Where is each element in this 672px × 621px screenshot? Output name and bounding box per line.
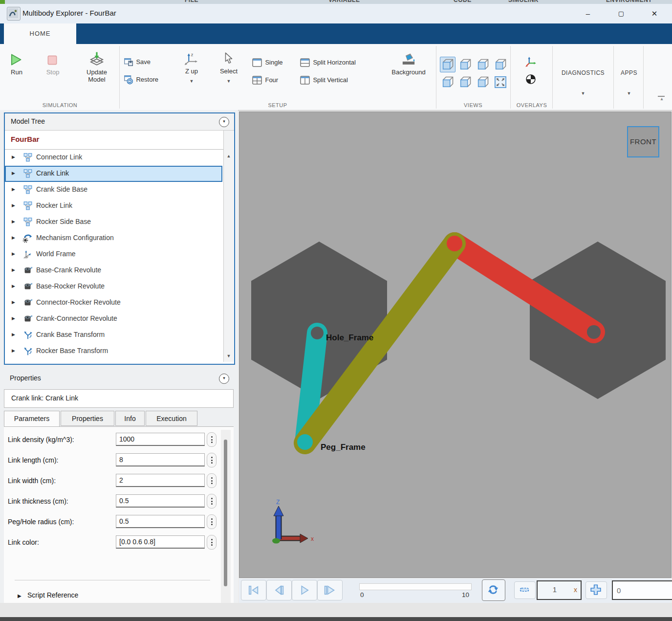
faster-button[interactable] xyxy=(585,581,607,599)
param-input-link-density[interactable] xyxy=(116,433,205,446)
expand-arrow-icon[interactable]: ▶ xyxy=(12,155,15,159)
tree-item-crank-connector-revolute[interactable]: ▶ Crank-Connector Revolute xyxy=(5,311,222,327)
expand-arrow-icon[interactable]: ▶ xyxy=(12,348,15,353)
tree-item-rocker-base-transform[interactable]: ▶ Rocker Base Transform xyxy=(5,343,222,359)
expand-arrow-icon[interactable]: ▶ xyxy=(12,187,15,192)
param-menu-peg-hole-radius[interactable] xyxy=(207,514,217,529)
scroll-up-arrow[interactable]: ▲ xyxy=(224,151,234,161)
restore-button[interactable]: Restore xyxy=(123,74,158,85)
step-forward-button[interactable] xyxy=(317,580,343,600)
four-view-button[interactable]: Four xyxy=(251,74,278,86)
tree-item-base-crank-revolute[interactable]: ▶ Base-Crank Revolute xyxy=(5,263,222,279)
tab-properties[interactable]: Properties xyxy=(61,411,114,426)
view-bottom-button[interactable] xyxy=(475,74,491,90)
param-menu-link-color[interactable] xyxy=(207,535,217,550)
maximize-button[interactable]: ▢ xyxy=(610,4,632,23)
go-to-start-button[interactable] xyxy=(241,580,266,600)
expand-arrow-icon[interactable]: ▶ xyxy=(12,251,15,256)
viewport-3d[interactable]: Hole_Frame Peg_Frame Z x FRONT xyxy=(239,111,672,578)
single-view-button[interactable]: Single xyxy=(251,57,283,68)
script-reference-expand-arrow[interactable]: ▶ xyxy=(18,593,22,599)
param-input-link-color[interactable] xyxy=(116,535,205,549)
time-slider[interactable] xyxy=(359,583,472,590)
update-model-button[interactable]: Update Model xyxy=(78,51,115,83)
tree-item-world-frame[interactable]: ▶ World Frame xyxy=(5,246,222,263)
play-button[interactable] xyxy=(292,580,317,600)
save-button[interactable]: Save xyxy=(123,57,151,67)
hole-frame-hole[interactable] xyxy=(311,327,324,339)
stop-button[interactable]: Stop xyxy=(42,54,64,76)
param-menu-link-density[interactable] xyxy=(207,432,217,447)
tree-item-connector-rocker-revolute[interactable]: ▶ Connector-Rocker Revolute xyxy=(5,295,222,311)
tree-item-rocker-link[interactable]: ▶ Rocker Link xyxy=(5,198,222,214)
view-back-button[interactable] xyxy=(457,57,473,72)
z-up-dropdown-arrow[interactable]: ▼ xyxy=(180,79,203,84)
crank-connector-joint-peg[interactable] xyxy=(447,236,462,251)
tree-item-rocker-side-base[interactable]: ▶ Rocker Side Base xyxy=(5,214,222,230)
expand-arrow-icon[interactable]: ▶ xyxy=(12,267,15,272)
tree-item-crank-side-base[interactable]: ▶ Crank Side Base xyxy=(5,182,222,198)
center-of-mass-overlay-button[interactable] xyxy=(525,73,537,87)
tab-home[interactable]: HOME xyxy=(4,23,76,44)
expand-arrow-icon[interactable]: ▶ xyxy=(12,316,15,321)
model-tree-root-row[interactable]: FourBar xyxy=(5,131,223,150)
expand-arrow-icon[interactable]: ▶ xyxy=(12,332,15,337)
step-back-button[interactable] xyxy=(266,580,292,600)
expand-arrow-icon[interactable]: ▶ xyxy=(12,219,15,224)
model-tree-scrollbar[interactable]: ▲ ▼ xyxy=(223,131,234,362)
param-menu-link-length[interactable] xyxy=(207,453,217,467)
properties-collapse-button[interactable]: ▾ xyxy=(219,374,229,384)
view-right-button[interactable] xyxy=(440,74,455,90)
diagnostics-button[interactable]: DIAGNOSTICS ▼ xyxy=(554,69,612,96)
view-top-button[interactable] xyxy=(457,74,473,90)
slower-button[interactable] xyxy=(514,581,536,599)
expand-arrow-icon[interactable]: ▶ xyxy=(12,284,15,288)
param-menu-link-width[interactable] xyxy=(207,473,217,488)
collapse-ribbon-button[interactable]: ▴ xyxy=(658,96,666,101)
tree-item-base-rocker-revolute[interactable]: ▶ Base-Rocker Revolute xyxy=(5,279,222,295)
tab-execution[interactable]: Execution xyxy=(146,411,197,426)
tree-item-connector-link[interactable]: ▶ Connector Link xyxy=(5,150,222,166)
peg-frame-peg[interactable] xyxy=(297,434,313,450)
param-input-peg-hole-radius[interactable] xyxy=(116,515,205,528)
view-isometric-button[interactable] xyxy=(493,57,508,72)
properties-scrollbar[interactable] xyxy=(221,430,231,606)
current-time-field[interactable] xyxy=(612,580,672,600)
view-front-button[interactable] xyxy=(440,57,455,72)
expand-arrow-icon[interactable]: ▶ xyxy=(12,171,15,176)
run-button[interactable]: Run xyxy=(6,53,27,76)
view-orientation-badge[interactable]: FRONT xyxy=(627,126,659,157)
close-button[interactable]: ✕ xyxy=(643,4,666,23)
properties-scrollbar-thumb[interactable] xyxy=(224,440,227,586)
apps-button[interactable]: APPS ▼ xyxy=(615,69,643,96)
expand-arrow-icon[interactable]: ▶ xyxy=(12,235,15,240)
model-tree-collapse-button[interactable]: ▾ xyxy=(219,117,229,127)
split-vertical-button[interactable]: Split Vertical xyxy=(299,74,348,86)
script-reference-label[interactable]: Script Reference xyxy=(27,591,78,599)
tab-parameters[interactable]: Parameters xyxy=(4,411,60,427)
expand-arrow-icon[interactable]: ▶ xyxy=(12,203,15,208)
background-button[interactable]: Background xyxy=(386,52,431,76)
param-input-link-thickness[interactable] xyxy=(116,494,205,508)
tree-item-crank-base-transform[interactable]: ▶ Crank Base Transform xyxy=(5,327,222,343)
tab-info[interactable]: Info xyxy=(115,411,145,426)
select-button[interactable]: Select ▼ xyxy=(217,51,240,84)
minimize-button[interactable]: – xyxy=(577,4,599,23)
expand-arrow-icon[interactable]: ▶ xyxy=(12,300,15,305)
frames-overlay-button[interactable] xyxy=(524,56,538,70)
view-left-button[interactable] xyxy=(475,57,491,72)
param-input-link-width[interactable] xyxy=(116,474,205,487)
loop-button[interactable] xyxy=(482,579,505,601)
z-up-button[interactable]: Z up ▼ xyxy=(180,52,203,84)
tree-item-mechanism-configuration[interactable]: ▶ Mechanism Configuration xyxy=(5,230,222,246)
split-horizontal-button[interactable]: Split Horizontal xyxy=(299,57,356,68)
fit-to-view-button[interactable] xyxy=(493,74,508,90)
subsystem-icon xyxy=(22,200,33,211)
param-menu-link-thickness[interactable] xyxy=(207,494,217,509)
param-input-link-length[interactable] xyxy=(116,453,205,466)
scroll-down-arrow[interactable]: ▼ xyxy=(224,351,234,361)
tree-item-label: Connector Link xyxy=(36,153,82,161)
rocker-end-hole[interactable] xyxy=(587,325,601,339)
select-dropdown-arrow[interactable]: ▼ xyxy=(217,79,240,84)
tree-item-crank-link[interactable]: ▶ Crank Link xyxy=(5,166,222,182)
